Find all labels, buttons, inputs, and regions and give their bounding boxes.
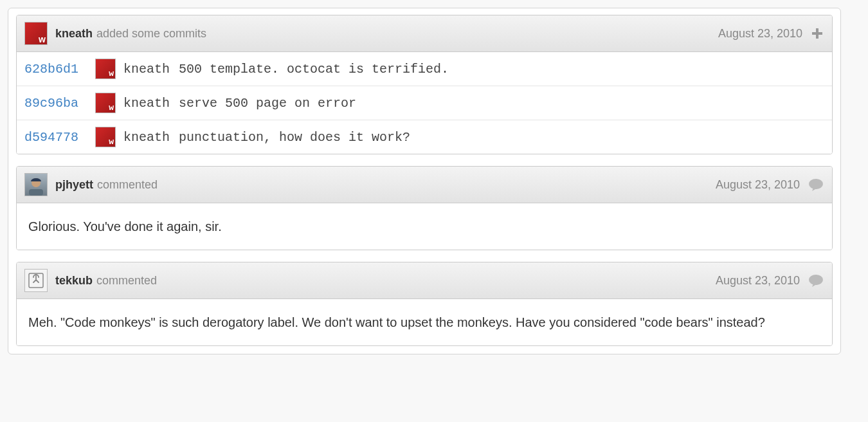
avatar[interactable]: w [24,22,48,45]
svg-point-4 [809,179,823,189]
comment-body: Glorious. You've done it again, sir. [17,203,832,250]
commits-author-link[interactable]: kneath [55,27,93,41]
svg-rect-1 [812,32,822,35]
commit-sha-link[interactable]: 628b6d1 [24,62,95,77]
commit-author: kneath [123,62,170,77]
comment-date: August 23, 2010 [716,178,800,192]
comment-icon[interactable] [808,178,824,192]
comment-date: August 23, 2010 [716,274,800,288]
comment-author-link[interactable]: tekkub [55,274,93,288]
comment-icon[interactable] [808,273,824,288]
svg-rect-3 [29,189,43,196]
commit-sha-link[interactable]: 89c96ba [24,96,95,111]
commit-row: 89c96ba w kneath serve 500 page on error [17,86,832,120]
comment-header: tekkub commented August 23, 2010 [17,262,832,299]
comment-action-text: commented [96,274,157,288]
commit-message: punctuation, how does it work? [179,130,410,145]
commit-message: 500 template. octocat is terrified. [179,62,449,77]
avatar[interactable] [24,269,48,292]
svg-point-6 [809,275,823,285]
avatar[interactable] [24,173,48,196]
commits-date: August 23, 2010 [718,27,802,41]
commit-row: 628b6d1 w kneath 500 template. octocat i… [17,52,832,86]
avatar[interactable]: w [95,59,116,79]
commit-row: d594778 w kneath punctuation, how does i… [17,120,832,154]
comment-block: pjhyett commented August 23, 2010 Glorio… [16,166,833,250]
commits-block: w kneath added some commits August 23, 2… [16,15,833,154]
activity-panel: w kneath added some commits August 23, 2… [8,8,841,354]
comment-header: pjhyett commented August 23, 2010 [17,167,832,203]
avatar[interactable]: w [95,93,116,113]
commits-action-text: added some commits [96,27,206,41]
commits-header: w kneath added some commits August 23, 2… [17,15,832,52]
avatar[interactable]: w [95,127,116,147]
plus-icon[interactable] [810,26,824,41]
comment-author-link[interactable]: pjhyett [55,178,93,192]
commit-author: kneath [123,96,170,111]
comment-action-text: commented [97,178,158,192]
comment-body: Meh. "Code monkeys" is such derogatory l… [17,299,832,345]
comment-block: tekkub commented August 23, 2010 Meh. "C… [16,262,833,346]
commit-author: kneath [123,130,170,145]
commit-sha-link[interactable]: d594778 [24,130,95,145]
commit-message: serve 500 page on error [179,96,356,111]
